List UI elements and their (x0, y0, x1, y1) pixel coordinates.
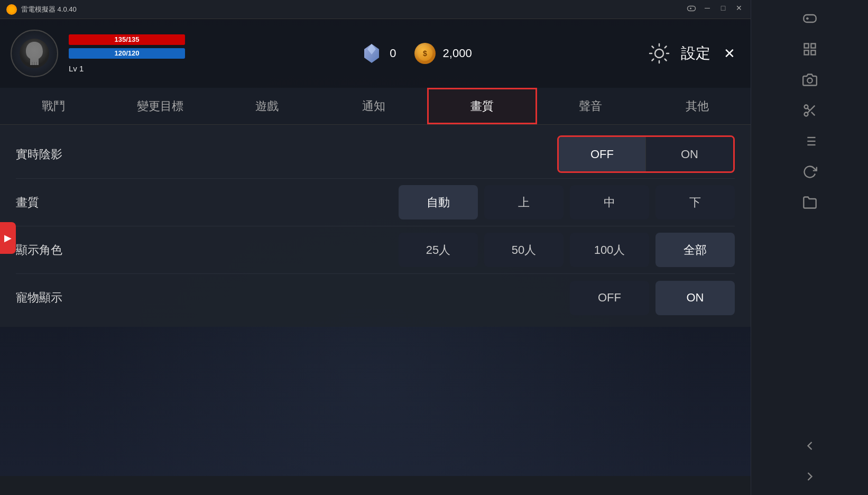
gold-currency: $ 2,000 (412, 41, 472, 66)
real-time-shadow-controls: OFF ON (122, 135, 735, 173)
gamepad-titlebar-icon[interactable] (686, 4, 697, 15)
real-time-shadow-label: 實時陰影 (16, 146, 122, 162)
svg-text:$: $ (423, 49, 427, 58)
title-bar: 雷電模擬器 4.0.40 ─ □ ✕ (0, 0, 751, 19)
player-info: 135/135 120/120 Lv 1 (69, 34, 185, 73)
sidebar-refresh-icon[interactable] (797, 159, 823, 185)
pet-display-label: 寵物顯示 (16, 290, 122, 306)
quality-controls: 自動 上 中 下 (122, 185, 735, 219)
sidebar-grid-icon[interactable] (797, 36, 823, 62)
shadow-off-button[interactable]: OFF (559, 137, 646, 171)
svg-point-18 (804, 113, 808, 116)
tab-sound[interactable]: 聲音 (537, 88, 644, 124)
pet-on-button[interactable]: ON (655, 281, 735, 315)
mp-bar: 120/120 (69, 48, 185, 59)
pet-display-controls: OFF ON (122, 281, 735, 315)
tab-target[interactable]: 變更目標 (107, 88, 214, 124)
display-characters-controls: 25人 50人 100人 全部 (122, 233, 735, 267)
right-sidebar (751, 0, 868, 495)
shadow-on-button[interactable]: ON (646, 137, 733, 171)
sidebar-camera-icon[interactable] (797, 67, 823, 93)
hud-right: 設定 ✕ (646, 40, 740, 67)
mp-value: 120/120 (69, 48, 185, 59)
gold-value: 2,000 (443, 47, 472, 60)
window-controls: ─ □ ✕ (686, 4, 744, 15)
sidebar-scissors-icon[interactable] (797, 97, 823, 124)
settings-panel: 戰鬥 變更目標 遊戲 通知 畫質 聲音 (0, 88, 751, 327)
maximize-button[interactable]: □ (718, 4, 728, 15)
app-icon (6, 4, 17, 15)
display-100-button[interactable]: 100人 (570, 233, 649, 267)
sidebar-folder-icon[interactable] (797, 189, 823, 216)
svg-rect-11 (804, 15, 816, 22)
quality-low-button[interactable]: 下 (655, 185, 735, 219)
app-title: 雷電模擬器 4.0.40 (21, 5, 686, 14)
player-level: Lv 1 (69, 64, 185, 73)
hp-value: 135/135 (69, 34, 185, 45)
quality-label: 畫質 (16, 195, 122, 210)
svg-rect-15 (811, 50, 815, 54)
tab-notify[interactable]: 通知 (320, 88, 427, 124)
play-button[interactable]: ▶ (0, 222, 16, 254)
tab-quality[interactable]: 畫質 (427, 88, 537, 124)
shadow-toggle-group: OFF ON (557, 135, 735, 173)
svg-rect-14 (804, 50, 808, 54)
tab-bar: 戰鬥 變更目標 遊戲 通知 畫質 聲音 (0, 88, 751, 125)
settings-content: 實時陰影 OFF ON 畫質 自動 (0, 125, 751, 327)
crystal-value: 0 (390, 47, 396, 60)
display-characters-label: 顯示角色 (16, 242, 122, 258)
settings-close-button[interactable]: ✕ (719, 43, 740, 64)
sidebar-arrow-right-icon[interactable] (797, 463, 823, 490)
hud-bar: 135/135 120/120 Lv 1 (0, 19, 751, 88)
crystal-icon (359, 41, 384, 66)
settings-gear-icon[interactable] (646, 40, 672, 67)
real-time-shadow-row: 實時陰影 OFF ON (16, 130, 735, 179)
display-characters-row: 顯示角色 25人 50人 100人 (16, 226, 735, 274)
svg-point-16 (807, 78, 812, 83)
svg-point-17 (804, 105, 808, 109)
quality-auto-button[interactable]: 自動 (399, 185, 478, 219)
tab-other[interactable]: 其他 (644, 88, 751, 124)
quality-mid-button[interactable]: 中 (570, 185, 649, 219)
crystal-currency: 0 (359, 41, 396, 66)
display-all-button[interactable]: 全部 (655, 233, 735, 267)
hud-center: 0 (196, 41, 635, 66)
sidebar-gamepad-icon[interactable] (797, 5, 823, 32)
display-50-button[interactable]: 50人 (484, 233, 564, 267)
hp-bar: 135/135 (69, 34, 185, 45)
svg-line-21 (807, 108, 810, 111)
quality-high-button[interactable]: 上 (484, 185, 564, 219)
sidebar-arrow-left-icon[interactable] (797, 433, 823, 459)
svg-rect-13 (811, 44, 815, 48)
tab-game[interactable]: 遊戲 (214, 88, 320, 124)
svg-line-20 (811, 112, 814, 115)
player-avatar (11, 30, 58, 77)
minimize-button[interactable]: ─ (702, 4, 713, 15)
pet-display-row: 寵物顯示 OFF ON (16, 274, 735, 322)
gold-icon: $ (412, 41, 438, 66)
pet-off-button[interactable]: OFF (570, 281, 649, 315)
svg-rect-12 (804, 44, 808, 48)
display-25-button[interactable]: 25人 (399, 233, 478, 267)
quality-row: 畫質 自動 上 中 下 (16, 179, 735, 226)
svg-point-0 (8, 6, 15, 13)
sidebar-list-icon[interactable] (797, 128, 823, 154)
tab-combat[interactable]: 戰鬥 (0, 88, 107, 124)
close-window-button[interactable]: ✕ (734, 4, 744, 15)
settings-title: 設定 (681, 43, 710, 63)
